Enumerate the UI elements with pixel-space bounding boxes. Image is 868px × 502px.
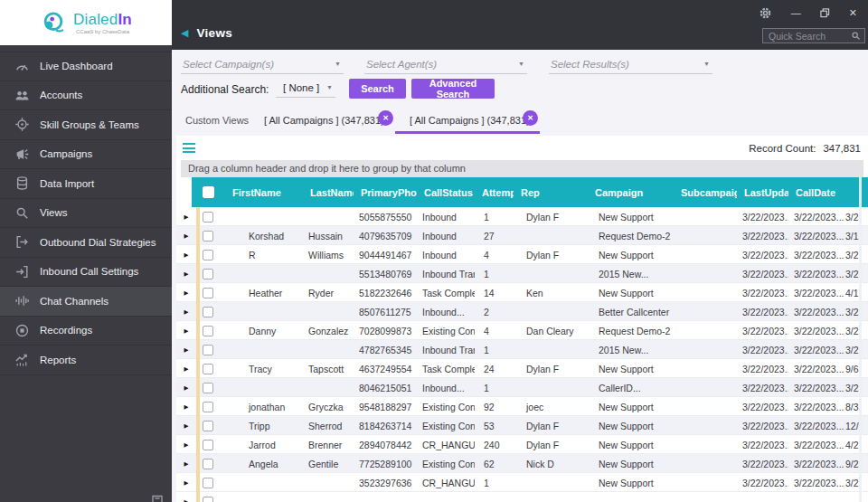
tab-close-icon[interactable]: ✕	[378, 110, 393, 126]
sidebar-item-outbound-dial-strategies[interactable]: Outbound Dial Strategies	[0, 228, 172, 258]
tab-custom-views[interactable]: Custom Views	[185, 115, 249, 126]
select-all-checkbox[interactable]	[200, 186, 225, 198]
search-button[interactable]: Search	[349, 79, 406, 99]
row-expand-icon[interactable]: ▶	[176, 308, 196, 316]
tab-all-campaigns-1[interactable]: [ All Campaigns ] (347,831)	[264, 115, 384, 126]
table-row[interactable]: ▶JarrodBrenner2894078442CR_HANGUP240Dyla…	[176, 435, 868, 454]
row-expand-icon[interactable]: ▶	[176, 479, 196, 487]
restore-window-icon[interactable]	[820, 8, 830, 18]
row-expand-icon[interactable]: ▶	[176, 289, 196, 297]
table-row[interactable]: ▶HeatherRyder5182232646Task Completed14K…	[176, 283, 868, 302]
row-expand-icon[interactable]: ▶	[176, 460, 196, 468]
row-expand-icon[interactable]: ▶	[176, 403, 196, 411]
sidebar-collapse-icon[interactable]	[151, 494, 164, 502]
sidebar-item-views[interactable]: Views	[0, 199, 172, 229]
sidebar-item-chat-channels[interactable]: Chat Channels	[0, 287, 172, 317]
cell-attempt: 1	[475, 269, 514, 279]
column-header-lastname[interactable]: LastName	[303, 187, 354, 198]
column-header-primaryphoi[interactable]: PrimaryPhoi	[354, 187, 417, 198]
row-expand-icon[interactable]: ▶	[176, 346, 196, 354]
scrollbar-divider[interactable]	[859, 177, 862, 502]
row-expand-icon[interactable]: ▶	[176, 498, 196, 502]
column-header-attempt[interactable]: Attempt	[475, 187, 514, 198]
cell-partial: 9/2	[845, 459, 868, 469]
row-checkbox[interactable]	[200, 364, 225, 374]
cell-campaign: New Support	[588, 288, 674, 298]
row-expand-icon[interactable]: ▶	[176, 270, 196, 278]
table-row[interactable]: ▶TracyTapscott4637249554Task Completed24…	[176, 359, 868, 378]
table-row[interactable]: ▶5513480769Inbound Transfer12015 New...3…	[176, 264, 868, 283]
column-header-calldate[interactable]: CallDate	[788, 187, 845, 198]
row-expand-icon[interactable]: ▶	[176, 441, 196, 449]
row-checkbox[interactable]	[200, 459, 225, 469]
table-row[interactable]: ▶3523297636CR_HANGUP1New Support3/22/202…	[176, 473, 868, 492]
settings-gear-icon[interactable]	[759, 6, 772, 20]
additional-search-select[interactable]: [ None ] ▼	[276, 79, 335, 98]
close-icon[interactable]: ✕	[849, 8, 857, 18]
group-by-drop-zone[interactable]: Drag a column header and drop it here to…	[181, 160, 863, 177]
table-row[interactable]: ▶8507611275Inbound...2Better Callcenter3…	[176, 302, 868, 321]
column-header-campaign[interactable]: Campaign	[588, 187, 674, 198]
table-row[interactable]: ▶5055875550Inbound1Dylan FNew Support3/2…	[176, 207, 868, 226]
table-row[interactable]: ▶AngelaGentile7725289100Existing Contact…	[176, 454, 868, 473]
table-row[interactable]: ▶	[176, 492, 868, 502]
table-row[interactable]: ▶KorshadHussain4079635709Inbound27Reques…	[176, 226, 868, 245]
row-checkbox[interactable]	[200, 402, 225, 412]
advanced-search-button[interactable]: Advanced Search	[411, 79, 495, 99]
sidebar-item-reports[interactable]: Reports	[0, 346, 172, 375]
row-expand-icon[interactable]: ▶	[176, 365, 196, 373]
column-header-rep[interactable]: Rep	[514, 187, 588, 198]
row-checkbox[interactable]	[200, 326, 225, 336]
sidebar-item-skill-groups-teams[interactable]: Skill Groups & Teams	[0, 110, 172, 140]
search-icon[interactable]	[851, 31, 861, 41]
row-expand-icon[interactable]: ▶	[176, 232, 196, 240]
row-checkbox[interactable]	[200, 288, 225, 298]
minimize-icon[interactable]: —	[791, 8, 801, 18]
table-row[interactable]: ▶RWilliams9044491467Inbound4Dylan FNew S…	[176, 245, 868, 264]
row-expand-icon[interactable]: ▶	[176, 422, 196, 430]
results-select[interactable]: Select Results(s) ▼	[549, 55, 712, 74]
sidebar-item-live-dashboard[interactable]: Live Dashboard	[0, 52, 172, 81]
sidebar-item-accounts[interactable]: Accounts	[0, 81, 172, 111]
sidebar-item-data-import[interactable]: Data Import	[0, 169, 172, 199]
row-checkbox[interactable]	[200, 269, 225, 279]
cell-primaryphoi: 9044491467	[354, 250, 417, 260]
row-checkbox[interactable]	[200, 212, 225, 223]
row-expand-icon[interactable]: ▶	[176, 251, 196, 259]
column-header-lastupdatec[interactable]: LastUpdatec	[737, 187, 788, 198]
table-row[interactable]: ▶4782765345Inbound Transfer12015 New...3…	[176, 340, 868, 359]
row-checkbox[interactable]	[200, 478, 225, 488]
row-expand-icon[interactable]: ▶	[176, 213, 196, 221]
row-checkbox[interactable]	[200, 307, 225, 317]
cell-partial: 4/1	[845, 288, 868, 298]
column-header-firstname[interactable]: FirstName	[225, 187, 303, 198]
row-checkbox[interactable]	[200, 231, 225, 242]
grid-menu-icon[interactable]	[183, 143, 195, 156]
row-checkbox[interactable]	[200, 345, 225, 355]
row-checkbox[interactable]	[200, 440, 225, 450]
row-checkbox[interactable]	[200, 250, 225, 260]
row-expand-icon[interactable]: ▶	[176, 384, 196, 392]
sidebar-item-recordings[interactable]: Recordings	[0, 317, 172, 346]
row-expand-icon[interactable]: ▶	[176, 327, 196, 335]
table-row[interactable]: ▶jonathanGryczka9548188297Existing Conta…	[176, 397, 868, 416]
column-header-subcampaig[interactable]: Subcampaig	[674, 187, 737, 198]
agent-select[interactable]: Select Agent(s) ▼	[364, 55, 527, 74]
sidebar-item-campaigns[interactable]: Campaigns	[0, 140, 172, 170]
table-row[interactable]: ▶8046215051Inbound...1CallerID...3/22/20…	[176, 378, 868, 397]
row-checkbox[interactable]	[200, 383, 225, 393]
row-checkbox[interactable]	[200, 497, 225, 502]
cell-partial: 3/2	[845, 250, 868, 260]
quick-search-input[interactable]	[767, 30, 851, 43]
column-header-callstatus[interactable]: CallStatus	[417, 187, 475, 198]
back-arrow-icon[interactable]: ◀	[181, 28, 188, 38]
sidebar-item-inbound-call-settings[interactable]: Inbound Call Settings	[0, 258, 172, 288]
tab-close-icon[interactable]: ✕	[523, 110, 538, 126]
campaign-select[interactable]: Select Campaign(s) ▼	[181, 55, 344, 74]
cell-callstatus: Inbound Transfer	[417, 269, 475, 279]
table-row[interactable]: ▶TrippSherrod8184263714Existing Contact5…	[176, 416, 868, 435]
tab-all-campaigns-2[interactable]: [ All Campaigns ] (347,831)	[410, 115, 530, 126]
row-checkbox[interactable]	[200, 421, 225, 431]
cell-rep: Dylan F	[514, 212, 588, 223]
table-row[interactable]: ▶DannyGonzalez7028099873Existing Contact…	[176, 321, 868, 340]
